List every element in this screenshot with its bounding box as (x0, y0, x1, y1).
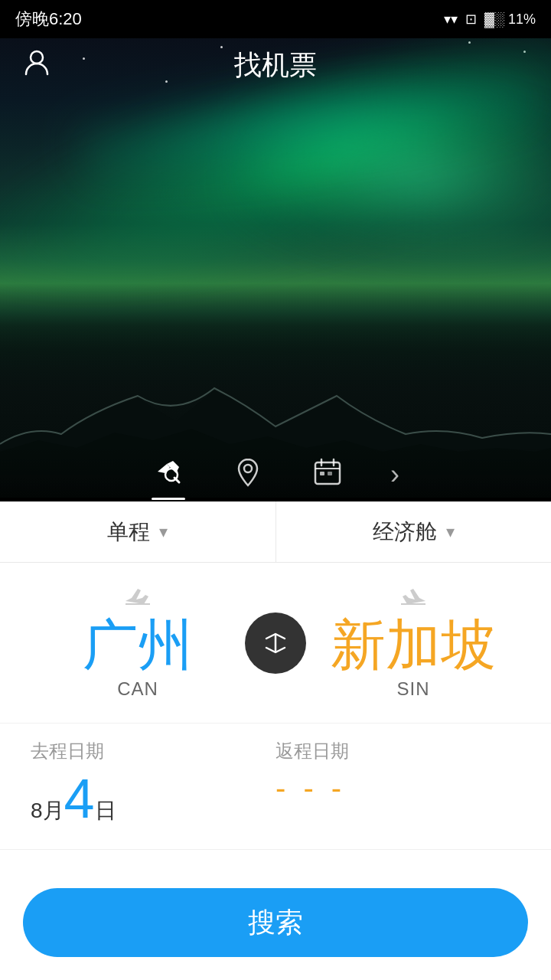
user-profile-icon[interactable] (23, 48, 51, 82)
departure-date-value: 8月4日 (31, 771, 276, 826)
swap-route-button[interactable] (245, 612, 306, 674)
svg-rect-10 (320, 472, 324, 475)
return-date-label: 返程日期 (276, 739, 520, 763)
status-icons: ▾▾ ⊡ ▓░ 11% (444, 11, 536, 28)
tab-flight-search[interactable] (152, 455, 185, 495)
destination-icon (231, 455, 265, 495)
airplane-search-icon (152, 455, 185, 495)
departure-date-label: 去程日期 (31, 739, 276, 763)
search-flights-button[interactable]: 搜索 (23, 888, 528, 957)
trip-type-label: 单程 (107, 518, 150, 547)
battery-icon: ▓░ 11% (484, 11, 536, 28)
trip-type-selector[interactable]: 单程 ▾ (0, 501, 276, 562)
svg-point-5 (244, 465, 252, 472)
from-city-name: 广州 (83, 617, 193, 672)
departure-date-selector[interactable]: 去程日期 8月4日 (31, 739, 276, 826)
arrival-icon (399, 586, 427, 612)
tab-calendar[interactable] (311, 455, 344, 495)
departure-icon (124, 586, 152, 612)
selectors-row: 单程 ▾ 经济舱 ▾ (0, 501, 551, 563)
trip-type-chevron: ▾ (159, 522, 168, 542)
status-time: 傍晚6:20 (15, 8, 82, 31)
cabin-class-label: 经济舱 (373, 518, 437, 547)
app-header: 找机票 (0, 38, 551, 92)
to-city-selector[interactable]: 新加坡 SIN (306, 586, 520, 700)
to-city-name: 新加坡 (331, 617, 496, 672)
from-city-code: CAN (117, 678, 158, 700)
route-selection-row: 广州 CAN 新加坡 SIN (0, 563, 551, 724)
feature-tabs: › (0, 444, 551, 505)
tab-destination[interactable] (231, 455, 265, 495)
search-button-wrapper: 搜索 (23, 888, 528, 957)
wifi-icon: ▾▾ (444, 11, 458, 28)
svg-rect-11 (328, 472, 332, 475)
svg-point-0 (31, 51, 43, 64)
to-city-code: SIN (396, 678, 429, 700)
from-city-selector[interactable]: 广州 CAN (31, 586, 245, 700)
search-form-card: 单程 ▾ 经济舱 ▾ 广州 CAN (0, 501, 551, 980)
more-tabs-chevron[interactable]: › (390, 459, 399, 491)
page-title: 找机票 (234, 47, 317, 84)
signal-icon: ⊡ (465, 11, 477, 28)
svg-point-4 (165, 469, 178, 481)
calendar-icon (311, 455, 344, 495)
return-date-value: - - - (276, 771, 520, 805)
status-bar: 傍晚6:20 ▾▾ ⊡ ▓░ 11% (0, 0, 551, 38)
cabin-class-chevron: ▾ (446, 522, 455, 542)
return-date-selector[interactable]: 返程日期 - - - (276, 739, 520, 826)
date-selection-row: 去程日期 8月4日 返程日期 - - - (0, 724, 551, 850)
cabin-class-selector[interactable]: 经济舱 ▾ (276, 501, 552, 562)
